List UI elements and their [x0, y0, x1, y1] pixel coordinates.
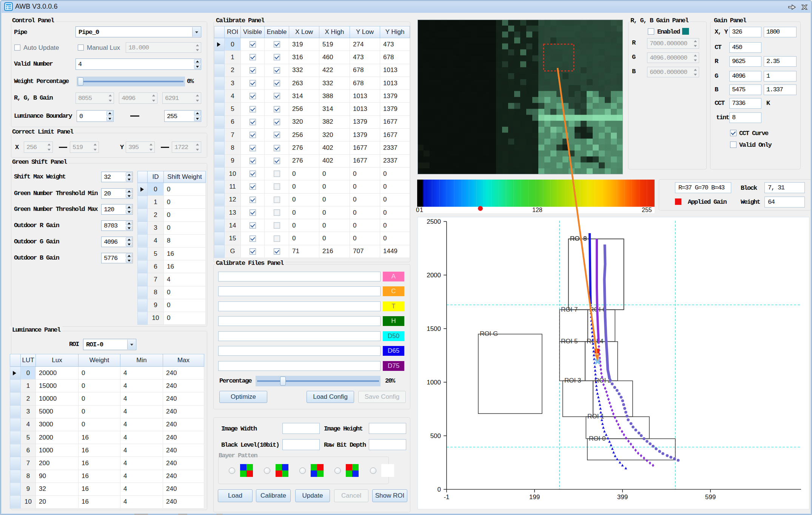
svg-text:199: 199: [529, 493, 540, 501]
svg-text:2500: 2500: [427, 218, 441, 225]
svg-text:ROI 5: ROI 5: [561, 338, 578, 345]
svg-text:ROI 8: ROI 8: [570, 235, 587, 242]
svg-text:599: 599: [705, 493, 716, 501]
svg-text:500: 500: [430, 432, 441, 440]
svg-text:-1: -1: [444, 493, 449, 501]
svg-text:1000: 1000: [427, 379, 441, 386]
svg-text:ROI 4: ROI 4: [587, 338, 603, 345]
svg-text:ROI 3: ROI 3: [564, 377, 581, 384]
svg-text:0: 0: [438, 486, 441, 493]
svg-text:ROI G: ROI G: [480, 330, 498, 337]
svg-text:ROI 0: ROI 0: [589, 435, 606, 442]
svg-text:399: 399: [617, 493, 628, 501]
svg-text:1500: 1500: [427, 325, 441, 332]
svg-text:2000: 2000: [427, 272, 441, 279]
svg-text:ROI 7: ROI 7: [561, 306, 578, 313]
